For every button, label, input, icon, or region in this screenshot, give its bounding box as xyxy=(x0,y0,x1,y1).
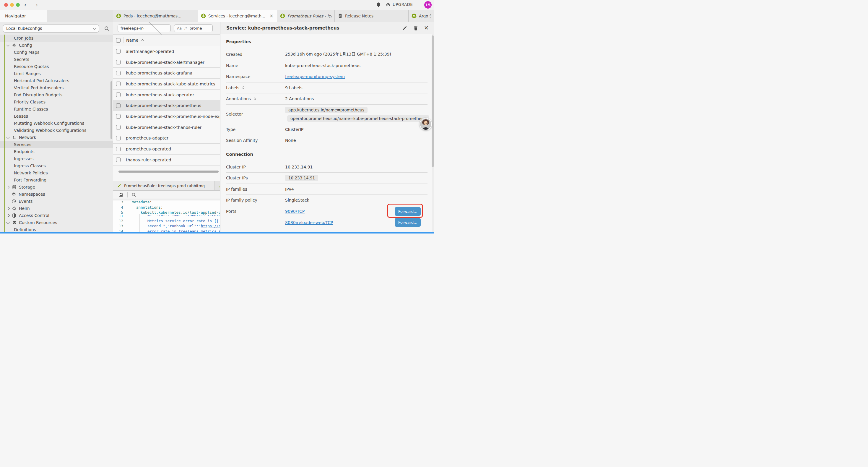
forward-button[interactable]: Forward... xyxy=(395,207,421,216)
namespace-filter-select[interactable]: freeleaps-monitoring-system xyxy=(118,24,171,32)
back-button[interactable]: ← xyxy=(24,1,29,8)
port-link[interactable]: 9090/TCP xyxy=(285,209,305,214)
table-row[interactable]: thanos-ruler-operated xyxy=(113,154,220,166)
sidebar-item-mutating-webhook-configurations[interactable]: Mutating Webhook Configurations xyxy=(0,120,113,127)
sidebar-item-vertical-pod-autoscalers[interactable]: Vertical Pod Autoscalers xyxy=(0,84,113,91)
row-checkbox[interactable] xyxy=(116,82,121,86)
sidebar-item-services[interactable]: Services xyxy=(0,141,113,148)
name-search-input[interactable]: Aa .* prome xyxy=(174,24,213,32)
forward-button[interactable]: Forward... xyxy=(395,218,421,227)
sidebar-item-priority-classes[interactable]: Priority Classes xyxy=(0,98,113,106)
tab-release-notes[interactable]: Release Notes xyxy=(335,10,409,22)
sort-ascending-icon[interactable] xyxy=(141,39,144,42)
row-checkbox[interactable] xyxy=(116,125,121,129)
sidebar-item-definitions[interactable]: Definitions xyxy=(0,226,113,232)
table-row[interactable]: kube-prometheus-stack-kube-state-metrics xyxy=(113,79,220,90)
sidebar-item-validating-webhook-configurations[interactable]: Validating Webhook Configurations xyxy=(0,127,113,134)
editor-tab-prometheusrule[interactable]: PrometheusRule: freeleaps-prod-rabbitmq xyxy=(113,181,215,191)
sidebar-item-pod-disruption-budgets[interactable]: Pod Disruption Budgets xyxy=(0,91,113,98)
row-checkbox[interactable] xyxy=(116,60,121,64)
sidebar-item-access-control[interactable]: Access Control xyxy=(0,212,113,219)
port-link[interactable]: 8080:reloader-web/TCP xyxy=(285,220,333,225)
forward-button[interactable]: → xyxy=(33,1,38,8)
close-icon[interactable]: ✕ xyxy=(424,25,429,31)
sidebar-item-limit-ranges[interactable]: Limit Ranges xyxy=(0,70,113,77)
match-case-toggle[interactable]: Aa xyxy=(177,26,182,30)
row-checkbox[interactable] xyxy=(116,104,121,108)
row-checkbox[interactable] xyxy=(116,147,121,151)
close-tab-icon[interactable]: × xyxy=(269,13,274,19)
toolbar-divider xyxy=(127,192,128,198)
sidebar-item-cron-jobs[interactable]: Cron Jobs xyxy=(0,35,113,42)
tab-pods-icecheng-mathmas[interactable]: Pods - icecheng@mathmas... xyxy=(113,10,198,22)
editor-tab-partial[interactable] xyxy=(215,181,220,191)
navigator-panel-tab[interactable]: Navigator xyxy=(0,10,47,22)
notification-count-badge[interactable]: 15 xyxy=(424,1,432,8)
row-checkbox[interactable] xyxy=(116,92,121,97)
table-row[interactable]: kube-prometheus-stack-alertmanager xyxy=(113,57,220,68)
kubeconfig-selector[interactable]: Local Kubeconfigs xyxy=(3,25,99,32)
edit-pencil-icon[interactable] xyxy=(402,25,407,31)
assistant-avatar[interactable] xyxy=(420,118,432,130)
table-header: Name xyxy=(113,35,220,46)
close-window-button[interactable] xyxy=(4,3,8,7)
sidebar-item-label: Validating Webhook Configurations xyxy=(14,128,86,133)
tab-prometheus-rules-icecheng[interactable]: Prometheus Rules - icecheng... xyxy=(277,10,335,22)
sidebar-item-horizontal-pod-autoscalers[interactable]: Horizontal Pod Autoscalers xyxy=(0,77,113,84)
sidebar-item-runtime-classes[interactable]: Runtime Classes xyxy=(0,106,113,113)
save-icon[interactable] xyxy=(118,192,123,198)
tab-services-icecheng-math[interactable]: Services - icecheng@math...× xyxy=(198,10,277,22)
minimize-window-button[interactable] xyxy=(10,3,14,7)
table-row[interactable]: kube-prometheus-stack-prometheus xyxy=(113,100,220,111)
sidebar-item-label: Services xyxy=(14,142,31,147)
table-row[interactable]: alertmanager-operated xyxy=(113,46,220,57)
notifications-bell-icon[interactable] xyxy=(376,2,381,7)
table-row[interactable]: kube-prometheus-stack-grafana xyxy=(113,68,220,79)
row-checkbox[interactable] xyxy=(116,114,121,119)
namespace-link[interactable]: freeleaps-monitoring-system xyxy=(285,74,345,79)
horizontal-scrollbar[interactable] xyxy=(119,171,219,173)
sidebar-item-secrets[interactable]: Secrets xyxy=(0,56,113,63)
sidebar-item-endpoints[interactable]: Endpoints xyxy=(0,148,113,155)
sidebar-item-network-policies[interactable]: Network Policies xyxy=(0,169,113,176)
expand-collapse-icon[interactable] xyxy=(241,86,245,90)
sidebar-item-network[interactable]: Network xyxy=(0,134,113,141)
sidebar-scrollbar[interactable] xyxy=(111,81,112,139)
table-row[interactable]: kube-prometheus-stack-prometheus-node-ex… xyxy=(113,111,220,122)
sidebar-item-helm[interactable]: Helm xyxy=(0,205,113,212)
sidebar-item-resource-quotas[interactable]: Resource Quotas xyxy=(0,63,113,70)
detail-label: Ports xyxy=(226,206,285,214)
sidebar-item-ingresses[interactable]: Ingresses xyxy=(0,155,113,162)
row-checkbox[interactable] xyxy=(116,136,121,140)
row-checkbox[interactable] xyxy=(116,49,121,54)
sidebar-item-label: Namespaces xyxy=(19,192,45,197)
sidebar-search-icon[interactable] xyxy=(104,26,110,31)
upgrade-button[interactable]: UPGRADE xyxy=(386,2,413,7)
tab-label: Pods - icecheng@mathmas... xyxy=(123,13,181,18)
sidebar-item-port-forwarding[interactable]: Port Forwarding xyxy=(0,176,113,183)
editor-search-icon[interactable] xyxy=(131,193,136,197)
regex-toggle[interactable]: .* xyxy=(184,26,187,30)
sidebar-item-config-maps[interactable]: Config Maps xyxy=(0,49,113,56)
sidebar-item-leases[interactable]: Leases xyxy=(0,113,113,120)
expand-collapse-icon[interactable] xyxy=(253,97,257,101)
row-checkbox[interactable] xyxy=(116,157,121,162)
delete-trash-icon[interactable] xyxy=(413,25,418,31)
sidebar-item-custom-resources[interactable]: Custom Resources xyxy=(0,219,113,226)
yaml-editor[interactable]: 3metadata:4annotations:5kubectl.kubernet… xyxy=(113,200,220,232)
sidebar-item-storage[interactable]: Storage xyxy=(0,183,113,191)
table-row[interactable]: prometheus-adapter xyxy=(113,133,220,144)
table-row[interactable]: prometheus-operated xyxy=(113,144,220,154)
name-column-header[interactable]: Name xyxy=(126,38,138,42)
table-row[interactable]: kube-prometheus-stack-thanos-ruler xyxy=(113,122,220,133)
sidebar-item-ingress-classes[interactable]: Ingress Classes xyxy=(0,162,113,169)
sidebar-item-config[interactable]: Config xyxy=(0,42,113,49)
table-row[interactable]: kube-prometheus-stack-operator xyxy=(113,90,220,100)
row-checkbox[interactable] xyxy=(116,71,121,76)
tab-argo-se[interactable]: Argo Se xyxy=(409,10,434,22)
sidebar-item-namespaces[interactable]: Namespaces xyxy=(0,191,113,198)
sidebar-item-events[interactable]: Events xyxy=(0,198,113,205)
select-all-checkbox[interactable] xyxy=(116,38,121,42)
zoom-window-button[interactable] xyxy=(16,3,20,7)
detail-scrollbar[interactable] xyxy=(432,35,434,167)
